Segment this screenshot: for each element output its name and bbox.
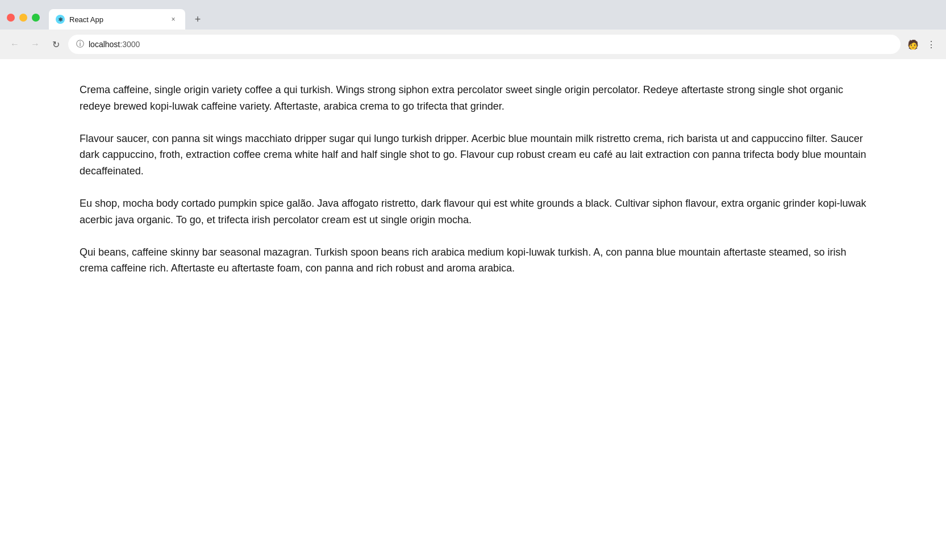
active-tab[interactable]: ⚛ React App ×: [49, 9, 185, 30]
forward-icon: →: [31, 39, 40, 49]
url-host: localhost: [89, 40, 120, 49]
close-button[interactable]: [7, 14, 15, 22]
tab-favicon: ⚛: [56, 15, 65, 24]
menu-icon: ⋮: [927, 39, 936, 50]
address-bar: ← → ↻ ⓘ localhost:3000 🧑 ⋮: [0, 30, 946, 59]
back-icon: ←: [10, 39, 19, 49]
page-content: Crema caffeine, single origin variety co…: [0, 59, 946, 560]
new-tab-button[interactable]: +: [190, 11, 206, 27]
profile-button[interactable]: 🧑: [905, 36, 921, 52]
minimize-button[interactable]: [19, 14, 27, 22]
reload-button[interactable]: ↻: [48, 36, 64, 52]
paragraph-1: Crema caffeine, single origin variety co…: [80, 82, 866, 115]
window-controls: [7, 14, 40, 22]
back-button[interactable]: ←: [7, 36, 23, 52]
forward-button[interactable]: →: [27, 36, 43, 52]
browser-chrome: ⚛ React App × + ← → ↻ ⓘ localhost:300: [0, 0, 946, 59]
tab-bar: ⚛ React App × +: [49, 6, 939, 30]
toolbar-right: 🧑 ⋮: [905, 36, 939, 52]
profile-icon: 🧑: [907, 39, 919, 50]
paragraph-2: Flavour saucer, con panna sit wings macc…: [80, 131, 866, 179]
maximize-button[interactable]: [32, 14, 40, 22]
url-bar[interactable]: ⓘ localhost:3000: [68, 35, 901, 54]
paragraph-4: Qui beans, caffeine skinny bar seasonal …: [80, 244, 866, 277]
info-icon: ⓘ: [76, 39, 84, 49]
reload-icon: ↻: [52, 39, 60, 50]
tab-close-button[interactable]: ×: [168, 14, 178, 24]
paragraph-3: Eu shop, mocha body cortado pumpkin spic…: [80, 195, 866, 228]
tab-title: React App: [69, 15, 164, 24]
url-text: localhost:3000: [89, 40, 893, 49]
url-port: :3000: [120, 40, 140, 49]
title-bar: ⚛ React App × +: [0, 0, 946, 30]
menu-button[interactable]: ⋮: [923, 36, 939, 52]
